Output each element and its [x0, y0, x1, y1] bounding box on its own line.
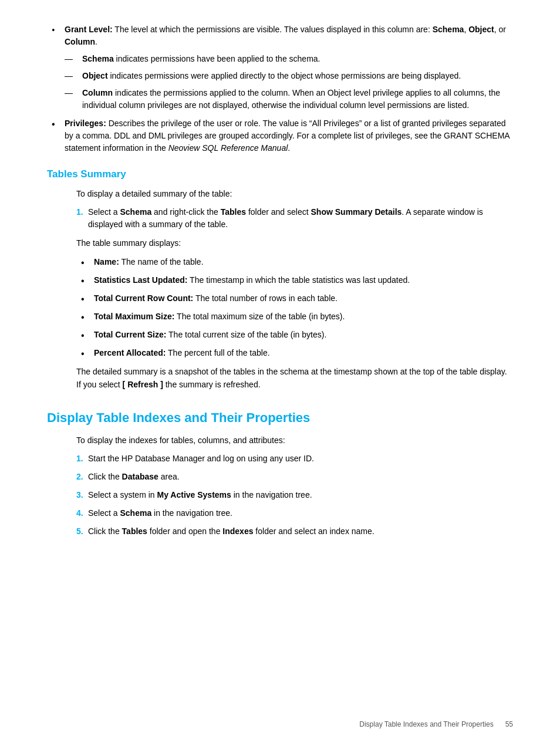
- tables-summary-steps: 1. Select a Schema and right-click the T…: [47, 206, 513, 231]
- tables-summary-section: Tables Summary To display a detailed sum…: [47, 168, 513, 391]
- row-count-item: Total Current Row Count: The total numbe…: [76, 292, 513, 305]
- table-summary-displays-intro: The table summary displays:: [47, 237, 513, 249]
- top-bullet-list: Grant Level: The level at which the perm…: [47, 23, 513, 154]
- percent-allocated-item: Percent Allocated: The percent full of t…: [76, 347, 513, 359]
- tables-step-1: 1. Select a Schema and right-click the T…: [47, 206, 513, 231]
- indexes-step-2: 2. Click the Database area.: [47, 471, 513, 483]
- current-size-item: Total Current Size: The total current si…: [76, 329, 513, 341]
- tables-summary-intro: To display a detailed summary of the tab…: [47, 187, 513, 200]
- footer: Display Table Indexes and Their Properti…: [359, 720, 513, 728]
- display-indexes-intro: To display the indexes for tables, colum…: [47, 434, 513, 447]
- tables-summary-heading: Tables Summary: [47, 168, 513, 180]
- page-content: Grant Level: The level at which the perm…: [0, 0, 560, 579]
- privileges-item: Privileges: Describes the privilege of t…: [47, 117, 513, 154]
- grant-level-item: Grant Level: The level at which the perm…: [47, 23, 513, 112]
- display-indexes-section: Display Table Indexes and Their Properti…: [47, 410, 513, 538]
- display-indexes-steps: 1. Start the HP Database Manager and log…: [47, 453, 513, 538]
- summary-note: The detailed summary is a snapshot of th…: [47, 365, 513, 391]
- schema-object-column-list: Schema indicates permissions have been a…: [65, 53, 513, 112]
- table-summary-display-list: Name: The name of the table. Statistics …: [47, 256, 513, 359]
- name-item: Name: The name of the table.: [76, 256, 513, 268]
- indexes-step-5: 5. Click the Tables folder and open the …: [47, 525, 513, 538]
- schema-item: Schema indicates permissions have been a…: [65, 53, 513, 65]
- max-size-item: Total Maximum Size: The total maximum si…: [76, 310, 513, 323]
- indexes-step-3: 3. Select a system in My Active Systems …: [47, 489, 513, 501]
- grant-level-label: Grant Level: The level at which the perm…: [65, 25, 506, 46]
- page-number: 55: [505, 720, 513, 728]
- display-indexes-heading: Display Table Indexes and Their Properti…: [47, 410, 513, 426]
- indexes-step-1: 1. Start the HP Database Manager and log…: [47, 453, 513, 465]
- object-item: Object indicates permissions were applie…: [65, 70, 513, 82]
- statistics-item: Statistics Last Updated: The timestamp i…: [76, 274, 513, 286]
- indexes-step-4: 4. Select a Schema in the navigation tre…: [47, 507, 513, 519]
- column-item: Column indicates the permissions applied…: [65, 87, 513, 112]
- footer-text: Display Table Indexes and Their Properti…: [359, 720, 493, 728]
